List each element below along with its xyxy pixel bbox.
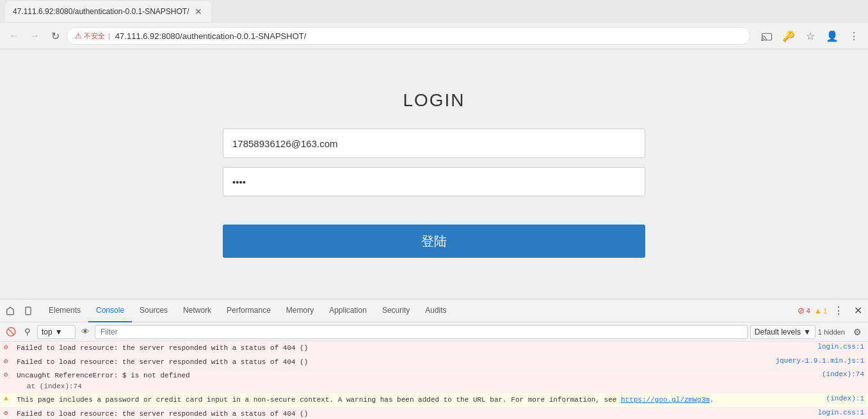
- msg-text-3: Uncaught ReferenceError: $ is not define…: [17, 370, 817, 391]
- address-bar[interactable]: ⚠ 不安全 | 47.111.6.92:8080/authentication-…: [67, 27, 750, 45]
- cast-button[interactable]: [758, 27, 776, 45]
- error-badge: ⊘ 4: [798, 306, 810, 315]
- security-label: 不安全: [84, 31, 105, 41]
- svg-point-1: [762, 40, 763, 41]
- menu-button[interactable]: ⋮: [845, 27, 863, 45]
- nav-bar: ← → ↻ ⚠ 不安全 | 47.111.6.92:8080/authentic…: [0, 23, 868, 49]
- error-icon-1: ⊘: [4, 343, 14, 351]
- email-input[interactable]: [223, 129, 645, 158]
- console-messages: ⊘ Failed to load resource: the server re…: [0, 342, 868, 419]
- browser-tab[interactable]: 47.111.6.92:8080/authentication-0.0.1-SN…: [5, 1, 211, 22]
- error-icon: ⊘: [798, 306, 805, 315]
- devtools-toggle-button[interactable]: [3, 303, 18, 319]
- forward-button[interactable]: →: [26, 27, 44, 45]
- msg-source-3[interactable]: (index):74: [817, 370, 864, 378]
- tab-console[interactable]: Console: [88, 299, 132, 322]
- console-message-4: ▲ This page includes a password or credi…: [0, 393, 868, 407]
- msg-source-2[interactable]: jquery-1.9.1.min.js:1: [770, 357, 864, 365]
- password-manager-button[interactable]: 🔑: [780, 27, 798, 45]
- msg-source-4[interactable]: (index):1: [821, 395, 864, 402]
- msg-subtext-3: at (index):74: [17, 383, 82, 390]
- tab-audits[interactable]: Audits: [417, 299, 454, 322]
- levels-value: Default levels: [755, 328, 801, 336]
- msg-text-2: Failed to load resource: the server resp…: [17, 357, 770, 368]
- tab-title: 47.111.6.92:8080/authentication-0.0.1-SN…: [13, 7, 189, 16]
- msg-text-1: Failed to load resource: the server resp…: [17, 343, 812, 354]
- devtools-more-button[interactable]: ⋮: [831, 303, 846, 319]
- password-input[interactable]: [223, 167, 645, 196]
- devtools-panel: Elements Console Sources Network Perform…: [0, 299, 868, 419]
- devtools-device-button[interactable]: [20, 303, 36, 319]
- svg-rect-0: [762, 33, 772, 40]
- devtools-tab-bar: Elements Console Sources Network Perform…: [0, 299, 868, 322]
- devtools-close-button[interactable]: ✕: [850, 303, 865, 319]
- filter-input[interactable]: [95, 325, 748, 339]
- tab-memory[interactable]: Memory: [278, 299, 321, 322]
- levels-selector[interactable]: Default levels ▼: [750, 325, 816, 339]
- login-form: LOGIN 登陆: [223, 90, 645, 258]
- msg-text-5: Failed to load resource: the server resp…: [17, 409, 812, 420]
- bookmark-button[interactable]: ☆: [801, 27, 819, 45]
- nav-icons: 🔑 ☆ 👤 ⋮: [758, 27, 863, 45]
- eye-icon-button[interactable]: 👁: [78, 325, 92, 339]
- hidden-badge: 1 hidden: [818, 328, 848, 336]
- reload-button[interactable]: ↻: [46, 27, 64, 45]
- tab-elements[interactable]: Elements: [41, 299, 88, 322]
- console-message-3: ⊘ Uncaught ReferenceError: $ is not defi…: [0, 369, 868, 393]
- context-selector[interactable]: top ▼: [37, 325, 76, 339]
- warning-link[interactable]: https://goo.gl/zmWg3m: [621, 396, 710, 404]
- levels-dropdown-icon: ▼: [803, 328, 811, 336]
- console-message-5: ⊘ Failed to load resource: the server re…: [0, 407, 868, 420]
- warning-icon: ⚠: [75, 31, 82, 40]
- console-message-1: ⊘ Failed to load resource: the server re…: [0, 342, 868, 356]
- profile-button[interactable]: 👤: [823, 27, 841, 45]
- tab-application[interactable]: Application: [321, 299, 374, 322]
- console-settings-button[interactable]: ⚙: [850, 325, 864, 339]
- warning-triangle-icon: ▲: [814, 306, 822, 315]
- warning-count: 1: [823, 307, 827, 315]
- warning-icon-4: ▲: [4, 395, 14, 402]
- svg-rect-2: [26, 307, 31, 315]
- address-separator: |: [108, 32, 110, 40]
- msg-source-1[interactable]: login.css:1: [812, 343, 864, 351]
- error-icon-5: ⊘: [4, 409, 14, 417]
- security-warning: ⚠ 不安全 |: [75, 31, 111, 41]
- console-clear-button[interactable]: 🚫: [4, 325, 18, 339]
- tab-close-button[interactable]: ✕: [193, 6, 204, 17]
- tab-sources[interactable]: Sources: [132, 299, 175, 322]
- devtools-tab-icons: [3, 303, 36, 319]
- error-count: 4: [807, 307, 810, 315]
- tab-security[interactable]: Security: [374, 299, 417, 322]
- console-message-2: ⊘ Failed to load resource: the server re…: [0, 356, 868, 370]
- error-icon-2: ⊘: [4, 357, 14, 365]
- error-icon-3: ⊘: [4, 370, 14, 379]
- tab-performance[interactable]: Performance: [219, 299, 278, 322]
- msg-source-5[interactable]: login.css:1: [812, 409, 864, 416]
- console-filter-toggle[interactable]: ⚲: [20, 325, 35, 339]
- tab-bar: 47.111.6.92:8080/authentication-0.0.1-SN…: [0, 0, 868, 23]
- address-text: 47.111.6.92:8080/authentication-0.0.1-SN…: [115, 31, 742, 41]
- back-button[interactable]: ←: [5, 27, 23, 45]
- warning-badge: ▲ 1: [814, 306, 827, 315]
- context-value: top: [42, 328, 52, 336]
- main-content: LOGIN 登陆: [0, 49, 868, 299]
- login-button[interactable]: 登陆: [223, 225, 645, 258]
- msg-text-4: This page includes a password or credit …: [17, 395, 821, 406]
- devtools-tab-right: ⊘ 4 ▲ 1 ⋮ ✕: [798, 303, 865, 319]
- browser-chrome: 47.111.6.92:8080/authentication-0.0.1-SN…: [0, 0, 868, 49]
- login-title: LOGIN: [403, 90, 465, 111]
- console-toolbar: 🚫 ⚲ top ▼ 👁 Default levels ▼ 1 hidden ⚙: [0, 322, 868, 342]
- tab-network[interactable]: Network: [175, 299, 219, 322]
- context-dropdown-icon: ▼: [55, 328, 63, 336]
